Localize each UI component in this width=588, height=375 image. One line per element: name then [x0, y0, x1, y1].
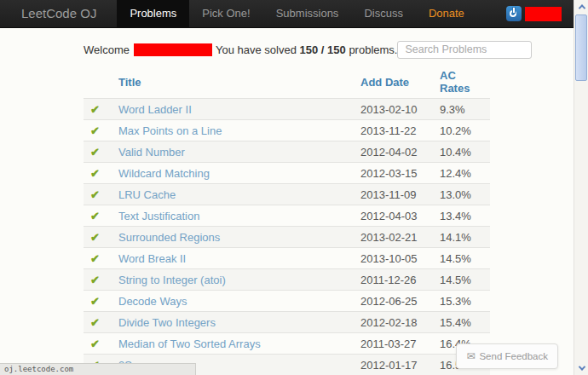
welcome-suffix: problems. [349, 43, 397, 56]
title-cell: Text Justification [112, 205, 354, 227]
vertical-scrollbar[interactable] [574, 0, 588, 375]
solved-cell: ✔ [84, 227, 112, 248]
page-content: LeetCode OJ ProblemsPick One!Submissions… [0, 0, 574, 375]
check-icon: ✔ [90, 252, 100, 265]
add-date-cell: 2011-03-27 [354, 333, 433, 355]
check-icon: ✔ [90, 274, 100, 286]
power-bar-icon [513, 8, 515, 13]
navbar-right [506, 0, 574, 27]
chevron-down-icon [578, 363, 585, 370]
search-input[interactable] [397, 41, 532, 59]
check-icon: ✔ [90, 316, 100, 329]
problem-row: ✔Decode Ways2012-06-2515.3% [84, 291, 490, 312]
problem-link[interactable]: Valid Number [118, 146, 185, 159]
ac-rate-cell: 14.1% [433, 227, 490, 248]
problem-link[interactable]: Max Points on a Line [118, 124, 222, 137]
solved-cell: ✔ [84, 248, 112, 269]
problem-link[interactable]: Decode Ways [118, 295, 187, 308]
send-feedback-label: Send Feedback [479, 351, 548, 361]
chevron-up-icon [578, 4, 585, 11]
ac-rate-cell: 15.3% [433, 291, 490, 312]
add-date-cell: 2012-06-25 [354, 291, 433, 312]
ac-rates-column-header[interactable]: AC Rates [433, 66, 490, 99]
add-date-cell: 2013-02-10 [354, 99, 433, 120]
nav-item-submissions[interactable]: Submissions [263, 0, 352, 27]
redacted-username-box [134, 43, 212, 56]
ac-rate-cell: 15.4% [433, 312, 490, 333]
title-cell: Wildcard Matching [112, 163, 354, 184]
add-date-cell: 2013-02-21 [354, 227, 433, 248]
nav-item-pick-one[interactable]: Pick One! [189, 0, 262, 27]
solved-cell: ✔ [84, 184, 112, 205]
title-cell: Median of Two Sorted Arrays [112, 333, 354, 355]
problem-row: ✔Median of Two Sorted Arrays2011-03-2716… [84, 333, 490, 355]
add-date-cell: 2012-04-03 [354, 205, 433, 227]
welcome-row: Welcome You have solved 150 / 150 proble… [84, 38, 490, 61]
solved-count: 150 / 150 [300, 43, 346, 56]
check-icon: ✔ [90, 295, 100, 308]
title-cell: Divide Two Integers [112, 312, 354, 333]
add-date-column-header[interactable]: Add Date [354, 66, 433, 99]
title-cell: LRU Cache [112, 184, 354, 205]
send-feedback-button[interactable]: ✉ Send Feedback [456, 343, 558, 369]
problem-link[interactable]: String to Integer (atoi) [118, 274, 226, 286]
header-row: Title Add Date AC Rates [84, 66, 490, 99]
problem-row: ✔LRU Cache2013-11-0913.0% [84, 184, 490, 205]
problem-row: ✔Valid Number2012-04-0210.4% [84, 141, 490, 163]
solved-cell: ✔ [84, 333, 112, 355]
problem-link[interactable]: LRU Cache [118, 188, 176, 201]
add-date-cell: 2013-10-05 [354, 248, 433, 269]
problem-link[interactable]: Divide Two Integers [118, 316, 216, 329]
solved-cell: ✔ [84, 312, 112, 333]
ac-rate-cell: 13.0% [433, 184, 490, 205]
solved-cell: ✔ [84, 269, 112, 291]
title-cell: Word Break II [112, 248, 354, 269]
envelope-icon: ✉ [466, 350, 475, 362]
add-date-cell: 2011-12-26 [354, 269, 433, 291]
problem-link[interactable]: Median of Two Sorted Arrays [118, 338, 261, 350]
top-navbar: LeetCode OJ ProblemsPick One!Submissions… [0, 0, 574, 28]
problem-row: ✔String to Integer (atoi)2011-12-2614.5% [84, 269, 490, 291]
ac-rate-cell: 10.2% [433, 120, 490, 141]
problem-link[interactable]: Wildcard Matching [118, 167, 210, 180]
problem-link[interactable]: Word Ladder II [118, 103, 192, 116]
add-date-cell: 2012-04-02 [354, 141, 433, 163]
scrollbar-thumb[interactable] [575, 14, 587, 81]
check-icon: ✔ [90, 103, 100, 116]
add-date-cell: 2012-02-18 [354, 312, 433, 333]
scroll-up-button[interactable] [574, 0, 588, 14]
ac-rate-cell: 14.5% [433, 248, 490, 269]
add-date-cell: 2012-03-15 [354, 163, 433, 184]
nav-item-donate[interactable]: Donate [416, 0, 477, 27]
welcome-middle: You have solved [216, 43, 297, 56]
ac-rate-cell: 10.4% [433, 141, 490, 163]
add-date-cell: 2013-11-09 [354, 184, 433, 205]
problem-link[interactable]: Text Justification [118, 210, 199, 222]
logout-power-icon[interactable] [506, 6, 522, 21]
problems-table: Title Add Date AC Rates ✔Word Ladder II2… [84, 66, 490, 375]
title-cell: Valid Number [112, 141, 354, 163]
scroll-down-button[interactable] [574, 361, 588, 375]
problem-link[interactable]: Word Break II [118, 252, 186, 265]
solved-cell: ✔ [84, 141, 112, 163]
ac-rate-cell: 14.5% [433, 269, 490, 291]
problems-table-body: ✔Word Ladder II2013-02-109.3%✔Max Points… [84, 99, 490, 375]
main-container: Welcome You have solved 150 / 150 proble… [84, 38, 490, 375]
problem-row: ✔Divide Two Integers2012-02-1815.4% [84, 312, 490, 333]
ac-rate-cell: 13.4% [433, 205, 490, 227]
welcome-prefix: Welcome [84, 43, 130, 56]
nav-item-discuss[interactable]: Discuss [351, 0, 416, 27]
title-column-header[interactable]: Title [112, 66, 354, 99]
solved-cell: ✔ [84, 205, 112, 227]
title-cell: Max Points on a Line [112, 120, 354, 141]
solved-column-header [84, 66, 112, 99]
brand-link[interactable]: LeetCode OJ [0, 0, 117, 27]
redacted-username-box [525, 7, 562, 21]
check-icon: ✔ [90, 146, 100, 159]
check-icon: ✔ [90, 124, 100, 137]
check-icon: ✔ [90, 167, 100, 180]
welcome-message: Welcome You have solved 150 / 150 proble… [84, 43, 397, 56]
problem-link[interactable]: Surrounded Regions [118, 231, 220, 244]
nav-item-problems[interactable]: Problems [117, 0, 189, 27]
problem-row: ✔Word Ladder II2013-02-109.3% [84, 99, 490, 120]
